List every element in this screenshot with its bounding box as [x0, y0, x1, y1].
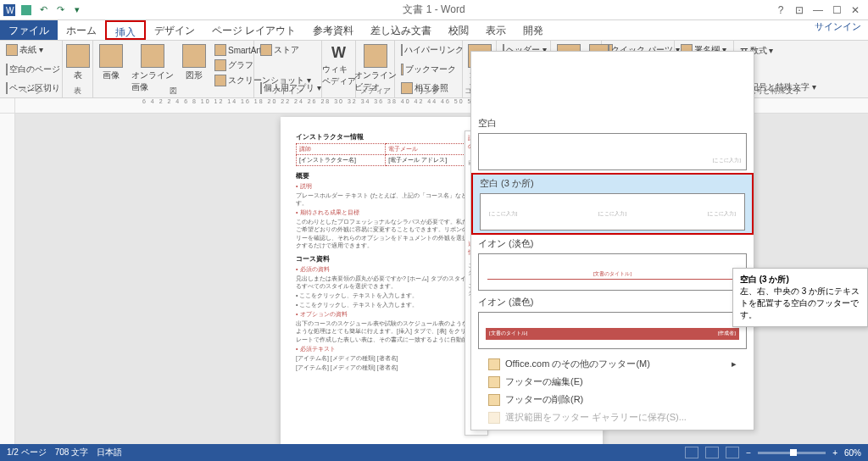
edit-icon — [488, 376, 500, 388]
office-icon — [488, 358, 500, 370]
gallery-item-ion-dark[interactable]: イオン (濃色) [文書のタイトル][作成者] — [471, 293, 754, 352]
store-button[interactable]: ストア — [258, 42, 318, 58]
zoom-in-icon[interactable]: + — [832, 448, 837, 458]
tab-developer[interactable]: 開発 — [515, 20, 552, 40]
group-addins-label: アドイン — [273, 86, 303, 97]
status-page[interactable]: 1/2 ページ — [7, 447, 47, 458]
ribbon-tabs: ファイル ホーム 挿入 デザイン ページ レイアウト 参考資料 差し込み文書 校… — [0, 20, 868, 41]
redo-icon[interactable]: ↷ — [54, 4, 66, 16]
more-footers-office[interactable]: Office.com のその他のフッター(M)▸ — [471, 355, 754, 373]
gallery-item-blank3[interactable]: 空白 (3 か所) [ここに入力] [ここに入力] [ここに入力] — [471, 173, 754, 235]
save-icon[interactable] — [20, 4, 32, 16]
group-links-label: リンク — [417, 86, 440, 97]
gallery-item-ion-light[interactable]: イオン (淡色) [文書のタイトル] — [471, 235, 754, 293]
tab-home[interactable]: ホーム — [58, 20, 105, 40]
save-icon — [488, 412, 500, 424]
ruler-corner — [0, 98, 15, 113]
svg-rect-2 — [21, 5, 31, 15]
picture-button[interactable]: 画像 — [97, 42, 125, 95]
zoom-level[interactable]: 60% — [844, 448, 861, 458]
tooltip: 空白 (3 か所) 左、右、中央の 3 か所にテキストを配置する空白のフッターで… — [732, 268, 868, 327]
tab-design[interactable]: デザイン — [146, 20, 203, 40]
zoom-out-icon[interactable]: − — [746, 448, 751, 458]
title-bar: W ↶ ↷ ▾ 文書 1 - Word ? ⊡ — ☐ ✕ — [0, 0, 868, 20]
ruler-vertical[interactable] — [0, 114, 15, 446]
zoom-slider[interactable] — [758, 452, 826, 454]
group-media-label: メディア — [360, 86, 391, 97]
hyperlink-button[interactable]: ハイパーリンク — [398, 42, 459, 58]
group-tables-label: 表 — [74, 86, 81, 97]
word-icon: W — [3, 4, 15, 16]
table-button[interactable]: 表 — [66, 42, 89, 83]
view-web-icon[interactable] — [726, 447, 739, 458]
group-pages-label: ページ — [19, 86, 42, 97]
remove-icon — [488, 394, 500, 406]
tab-mailings[interactable]: 差し込み文書 — [362, 20, 440, 40]
gallery-item-blank[interactable]: 空白 [ここに入力] — [471, 114, 754, 173]
shapes-button[interactable]: 図形 — [180, 42, 209, 95]
ribbon-options-icon[interactable]: ⊡ — [792, 3, 807, 18]
help-icon[interactable]: ? — [773, 3, 788, 18]
window-title: 文書 1 - Word — [403, 3, 465, 17]
maximize-icon[interactable]: ☐ — [829, 3, 844, 18]
sign-in-link[interactable]: サインイン — [815, 20, 861, 33]
tab-references[interactable]: 参考資料 — [304, 20, 362, 40]
status-language[interactable]: 日本語 — [97, 447, 122, 458]
group-illustrations-label: 図 — [170, 86, 177, 97]
tooltip-title: 空白 (3 か所) — [740, 275, 789, 284]
footer-gallery: 空白 [ここに入力] 空白 (3 か所) [ここに入力] [ここに入力] [ここ… — [470, 51, 754, 430]
blank-page-button[interactable]: 空白のページ — [3, 62, 58, 77]
status-bar: 1/2 ページ 708 文字 日本語 − + 60% — [0, 444, 868, 461]
edit-footer[interactable]: フッターの編集(E) — [471, 373, 754, 391]
cover-page-button[interactable]: 表紙 ▾ — [3, 42, 58, 58]
tab-review[interactable]: 校閲 — [440, 20, 477, 40]
view-read-icon[interactable] — [685, 447, 698, 458]
minimize-icon[interactable]: — — [810, 3, 826, 18]
remove-footer[interactable]: フッターの削除(R) — [471, 391, 754, 408]
view-print-icon[interactable] — [705, 447, 719, 458]
wikipedia-button[interactable]: Wウィキ ペディア — [326, 42, 352, 89]
tab-file[interactable]: ファイル — [0, 20, 58, 40]
tab-layout[interactable]: ページ レイアウト — [203, 20, 304, 40]
group-symbols-label: 記号と特殊文字 — [748, 86, 801, 97]
tooltip-body: 左、右、中央の 3 か所にテキストを配置する空白のフッターです。 — [740, 286, 860, 319]
tab-insert[interactable]: 挿入 — [105, 20, 146, 40]
undo-icon[interactable]: ↶ — [37, 4, 49, 16]
bookmark-button[interactable]: ブックマーク — [398, 62, 459, 77]
close-icon[interactable]: ✕ — [848, 3, 863, 18]
save-to-gallery: 選択範囲をフッター ギャラリーに保存(S)... — [471, 408, 754, 426]
svg-text:W: W — [6, 6, 14, 15]
tab-view[interactable]: 表示 — [477, 20, 515, 40]
qat-dropdown-icon[interactable]: ▾ — [71, 4, 83, 16]
workspace: インストラクター情報 講師電子メールオフィスの場所と営業時間 [インストラクター… — [0, 114, 868, 446]
status-wordcount[interactable]: 708 文字 — [55, 447, 88, 458]
